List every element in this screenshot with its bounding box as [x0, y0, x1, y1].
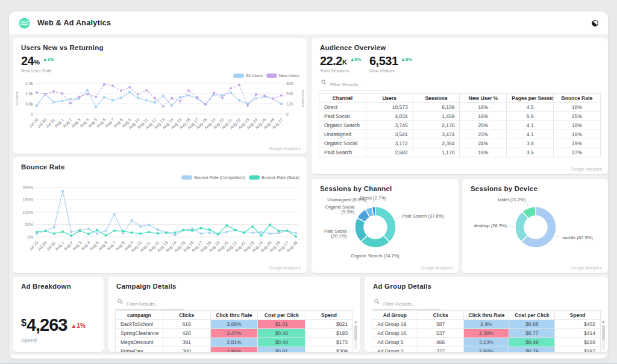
stat-value: 24 [21, 55, 34, 67]
new-visitors-stat: 6,531 ▲6% New Visitors [369, 55, 412, 74]
table-row[interactable]: Direct10,5736,10918%4.518% [319, 103, 601, 112]
stat-value: 4,263 [27, 316, 67, 334]
table-row[interactable]: Paid Social4,0341,45916%6.625% [319, 112, 601, 121]
table-row[interactable]: Paid Search2,5821,17016%3.527% [319, 148, 601, 157]
column-header: Spend [305, 311, 353, 320]
table-row[interactable]: Ad Group 165372.36%$0.77$414 [372, 329, 601, 338]
x-axis-label: Jul 31 [45, 240, 56, 251]
table-row[interactable]: Unassigned3,5413,47423%4.118% [319, 130, 601, 139]
table-cell: 2.81% [210, 338, 258, 347]
data-point [79, 230, 81, 232]
table-cell: 19% [554, 139, 601, 148]
table-cell: Organic Search [319, 121, 366, 130]
table-scrollbar[interactable]: ▲ [354, 320, 358, 350]
data-point [128, 91, 131, 93]
table-cell: BackToSchool [116, 320, 163, 329]
scrollbar-thumb[interactable] [354, 325, 357, 340]
data-point [280, 102, 283, 105]
data-point [52, 101, 55, 103]
panel-title: Audience Overview [320, 44, 386, 51]
table-row[interactable]: SpringClearance4202.47%$0.46$193 [116, 329, 353, 338]
leader-line [556, 236, 560, 237]
stat-value: 6,531 [369, 55, 398, 67]
data-point [187, 94, 190, 96]
data-point [295, 232, 297, 234]
table-cell: 10,573 [366, 103, 413, 112]
table-cell: $0.79 [509, 347, 555, 353]
table-row[interactable]: BackToSchool6162.68%$1.01$621 [116, 320, 353, 329]
y-axis-tick-label: 0.8k [25, 102, 33, 106]
table-cell: 4.1 [507, 121, 554, 130]
column-header: Click thru Rate [463, 311, 509, 320]
data-point [217, 233, 219, 235]
panel-title: Ad Breakdown [21, 283, 71, 290]
series-line [37, 84, 281, 106]
scrollbar-track[interactable] [602, 325, 605, 350]
y-axis-tick-label: 120 [286, 102, 293, 106]
table-cell: $0.49 [509, 338, 555, 347]
data-point [208, 228, 211, 231]
table-row[interactable]: MegaDiscount3912.81%$0.44$173 [116, 338, 353, 347]
panel-users-new-vs-returning: Users New vs Returning 24 % ▲3% New User… [13, 38, 307, 154]
filter-results-input[interactable] [320, 81, 387, 90]
table-scrollbar[interactable]: ▲ [601, 320, 606, 350]
data-point [113, 230, 116, 232]
scroll-up-icon[interactable]: ▲ [602, 320, 606, 324]
search-icon [117, 299, 123, 304]
stat-value: 22.2 [320, 55, 342, 67]
table-cell: 377 [418, 347, 463, 353]
slice-label: desktop (26.3%) [474, 223, 507, 228]
data-source-attribution: Google Analytics [571, 167, 602, 171]
data-point [145, 89, 148, 92]
column-header: New User % [460, 94, 507, 103]
table-row[interactable]: Ad Group 195872.9%$0.68$402 [372, 320, 601, 329]
table-cell: Paid Social [319, 112, 366, 121]
column-header: Spend [555, 311, 601, 320]
data-point [221, 94, 224, 96]
filter-results-input[interactable] [116, 300, 184, 310]
table-cell: 3,474 [413, 130, 460, 139]
data-point [145, 99, 148, 102]
app-title: Web & Ad Analytics [37, 19, 111, 27]
table-cell: 6.6 [507, 112, 554, 121]
table-row[interactable]: Organic Social3,1722,36424%3.819% [319, 139, 601, 148]
y-axis-tick-label: 0 [286, 112, 289, 116]
scrollbar-thumb[interactable] [602, 325, 605, 340]
data-point [269, 233, 271, 235]
theme-toggle-icon[interactable] [592, 20, 598, 27]
table-cell: 6,109 [413, 103, 460, 112]
table-row[interactable]: Organic Search3,7452,17620%4.118% [319, 121, 601, 130]
table-row[interactable]: PrimeDay3801.94%$0.81$309 [116, 347, 353, 353]
data-point [137, 93, 139, 95]
table-cell: 3.13% [463, 338, 509, 347]
table-cell: Unassigned [319, 130, 366, 139]
data-point [171, 97, 173, 99]
column-header: Cost per Click [258, 311, 305, 320]
data-point [204, 103, 207, 105]
table-cell: 3.5 [507, 148, 554, 157]
table-cell: $0.44 [258, 338, 305, 347]
data-point [69, 102, 72, 104]
table-row[interactable]: Ad Group 54663.13%$0.49$228 [372, 338, 601, 347]
stat-delta-up: ▲6% [350, 57, 361, 62]
data-point [36, 104, 38, 107]
data-point [78, 96, 80, 98]
data-point [128, 86, 131, 89]
filter-results-input[interactable] [373, 300, 440, 310]
data-point [277, 232, 280, 234]
device-donut-chart: mobile (62.5%)desktop (26.3%)tablet (11.… [462, 193, 608, 268]
table-cell: 1.94% [210, 347, 258, 353]
panel-title: Sessions by Channel [320, 185, 392, 192]
table-cell: $173 [305, 338, 353, 347]
scrollbar-track[interactable] [354, 325, 357, 350]
table-cell: $1.01 [258, 320, 305, 329]
y-axis-tick-label: 150% [23, 198, 33, 202]
data-point [148, 231, 150, 233]
scroll-up-icon[interactable]: ▲ [354, 320, 358, 324]
column-header: Cost per Click [509, 311, 555, 320]
table-cell: 18% [554, 121, 601, 130]
legend-swatch-all-users [233, 74, 244, 78]
slice-label: Paid Social(20.1%) [324, 228, 347, 239]
data-point [36, 91, 38, 93]
table-row[interactable]: Ad Group 23772.92%$0.79$297 [372, 347, 601, 353]
